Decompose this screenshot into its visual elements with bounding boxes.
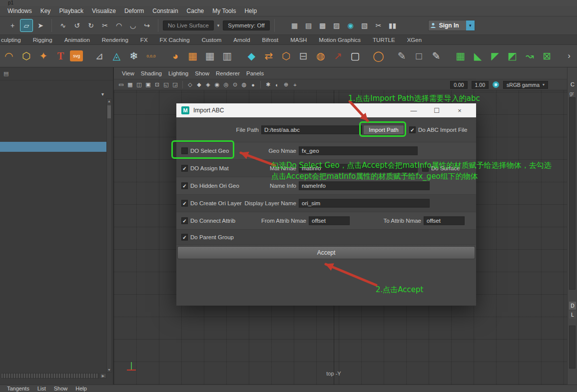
viewport-tool-icon[interactable]: +	[291, 80, 299, 89]
shelf-tool-icon[interactable]: ⇄	[261, 47, 277, 65]
colorspace-dropdown[interactable]: sRGB gamma ▾	[503, 81, 548, 89]
bottom-menu-item[interactable]: Help	[75, 386, 87, 392]
accept-button[interactable]: Accept	[177, 246, 475, 259]
viewport-tool-icon[interactable]: ◉	[213, 80, 221, 89]
import-path-button[interactable]: Import Path	[363, 125, 404, 135]
menu-item[interactable]: Windows	[7, 7, 32, 14]
scroll-up-icon[interactable]: ▲	[107, 99, 111, 103]
shelf-tool-icon[interactable]: ❄	[126, 47, 142, 65]
shelf-tool-icon[interactable]: ▢	[347, 47, 363, 65]
shelf-tool-icon[interactable]: ◬	[109, 47, 125, 65]
render-tool-icon[interactable]: ▦	[288, 19, 301, 32]
shelf-tab[interactable]: FX Caching	[160, 37, 190, 43]
shelf-tab[interactable]: TURTLE	[373, 37, 395, 43]
render-tool-icon[interactable]: ▧	[358, 19, 371, 32]
shelf-tool-icon[interactable]: ▦	[185, 47, 201, 65]
curve-tool-icon[interactable]: ◡	[126, 19, 139, 32]
viewport-tool-icon[interactable]: ⊕	[282, 80, 290, 89]
curve-tool-icon[interactable]: ↺	[70, 19, 83, 32]
viewport-tool-icon[interactable]: ◲	[171, 80, 179, 89]
viewport-tool-icon[interactable]: ⊡	[153, 80, 161, 89]
outliner-vertical-scrollbar[interactable]: ▲ ▼	[106, 98, 112, 373]
shelf-tool-icon[interactable]: ↗	[330, 47, 346, 65]
shelf-tool-icon[interactable]: ⊟	[295, 47, 311, 65]
shelf-tool-icon[interactable]: ◩	[505, 47, 521, 65]
layer-tab[interactable]: L	[569, 310, 577, 319]
viewport-tool-icon[interactable]: ◱	[162, 80, 170, 89]
shelf-tab[interactable]: Animation	[64, 37, 90, 43]
render-tool-icon[interactable]: ▤	[302, 19, 315, 32]
curve-tool-icon[interactable]: ∿	[56, 19, 69, 32]
gamma-field[interactable]: 1.00	[472, 81, 489, 89]
viewport-tool-icon[interactable]: ▣	[144, 80, 152, 89]
do-select-geo-checkbox[interactable]	[181, 148, 188, 154]
menu-item[interactable]: Deform	[124, 7, 144, 14]
outliner-horizontal-scrollbar[interactable]	[1, 373, 99, 379]
curve-tool-icon[interactable]: ✂	[98, 19, 111, 32]
selection-tool-icon[interactable]: ➤	[34, 19, 47, 32]
render-tool-icon[interactable]: ▮▮	[386, 19, 399, 32]
sign-in-button[interactable]: Sign In ▾	[428, 20, 475, 31]
shelf-tab[interactable]: Rigging	[33, 37, 52, 43]
viewport-tool-icon[interactable]: ◎	[222, 80, 230, 89]
shelf-tool-icon[interactable]: □	[411, 47, 427, 65]
curve-tool-icon[interactable]: ↻	[84, 19, 97, 32]
viewport-menu-item[interactable]: Lighting	[168, 70, 188, 76]
viewport-menu-item[interactable]: Renderer	[216, 70, 240, 76]
shelf-tool-icon[interactable]: ✎	[428, 47, 444, 65]
shelf-tool-icon[interactable]: T	[53, 47, 69, 65]
viewport-menu-item[interactable]: Panels	[246, 70, 264, 76]
menu-item[interactable]: Help	[244, 7, 257, 14]
to-attrib-input[interactable]: offset	[424, 217, 465, 225]
shelf-tool-icon[interactable]: ▦	[202, 47, 218, 65]
shelf-tab[interactable]: Motion Graphics	[319, 37, 361, 43]
dialog-titlebar[interactable]: M Import ABC — ☐ ×	[176, 103, 476, 117]
from-attrib-input[interactable]: offset	[309, 217, 350, 225]
curve-tool-icon[interactable]: ↪	[140, 19, 153, 32]
do-parent-group-checkbox[interactable]: ✓	[181, 234, 188, 240]
shelf-tab[interactable]: Bifrost	[262, 37, 279, 43]
close-button[interactable]: ×	[448, 107, 471, 114]
shelf-tool-icon[interactable]: ◯	[371, 47, 387, 65]
shelf-tool-icon[interactable]: ✎	[394, 47, 410, 65]
curve-tool-icon[interactable]: ◠	[112, 19, 125, 32]
display-tab[interactable]: D	[569, 301, 577, 310]
selection-tool-icon[interactable]: ▱	[20, 19, 33, 32]
shelf-tool-icon[interactable]: ⊿	[91, 47, 107, 65]
name-info-input[interactable]: nameInfo	[299, 182, 430, 190]
shelf-tool-icon[interactable]: ⬡	[278, 47, 294, 65]
outliner-selected-item[interactable]	[0, 142, 106, 152]
shelf-tool-icon[interactable]: ◍	[313, 47, 329, 65]
bottom-menu-item[interactable]: List	[37, 386, 46, 392]
viewport-menu-item[interactable]: Shading	[141, 70, 162, 76]
geo-name-input[interactable]: fx_geo	[299, 147, 418, 155]
shelf-tab[interactable]: XGen	[407, 37, 422, 43]
menu-item[interactable]: Playback	[59, 7, 83, 14]
maximize-button[interactable]: ☐	[425, 107, 448, 114]
menu-item[interactable]: Cache	[187, 7, 204, 14]
shelf-tool-icon[interactable]: ◤	[487, 47, 503, 65]
shelf-tab[interactable]: Custom	[202, 37, 222, 43]
outliner-collapse-caret-icon[interactable]: ▾	[101, 91, 104, 97]
shelf-tool-icon[interactable]: ⊠	[539, 47, 555, 65]
viewport-tool-icon[interactable]: ◆	[195, 80, 203, 89]
do-connect-attrib-checkbox[interactable]: ✓	[181, 218, 188, 224]
live-surface-dropdown[interactable]: No Live Surface	[163, 20, 214, 30]
do-abc-import-checkbox[interactable]: ✓	[409, 126, 416, 133]
viewport-tool-icon[interactable]: ◈	[204, 80, 212, 89]
shelf-tab[interactable]: Rendering	[102, 37, 128, 43]
viewport-tool-icon[interactable]: ◐	[273, 80, 281, 89]
bottom-menu-item[interactable]: Show	[54, 386, 68, 392]
viewport-tool-icon[interactable]: ●	[249, 80, 257, 89]
outliner-menu-icon[interactable]: ▤	[3, 70, 8, 77]
viewport-tool-icon[interactable]: ⊙	[231, 80, 239, 89]
scroll-right-icon[interactable]: ▶	[100, 373, 106, 379]
render-tool-icon[interactable]: ▩	[316, 19, 329, 32]
shelf-tool-icon[interactable]: ↝	[522, 47, 538, 65]
menu-item[interactable]: Constrain	[152, 7, 178, 14]
dropdown-caret-icon[interactable]: ▾	[217, 23, 220, 28]
shelf-tool-icon[interactable]: ▥	[219, 47, 235, 65]
scrollbar-thumb[interactable]	[107, 105, 111, 118]
viewport-menu-item[interactable]: Show	[195, 70, 209, 76]
do-surface-checkbox[interactable]	[422, 165, 429, 172]
